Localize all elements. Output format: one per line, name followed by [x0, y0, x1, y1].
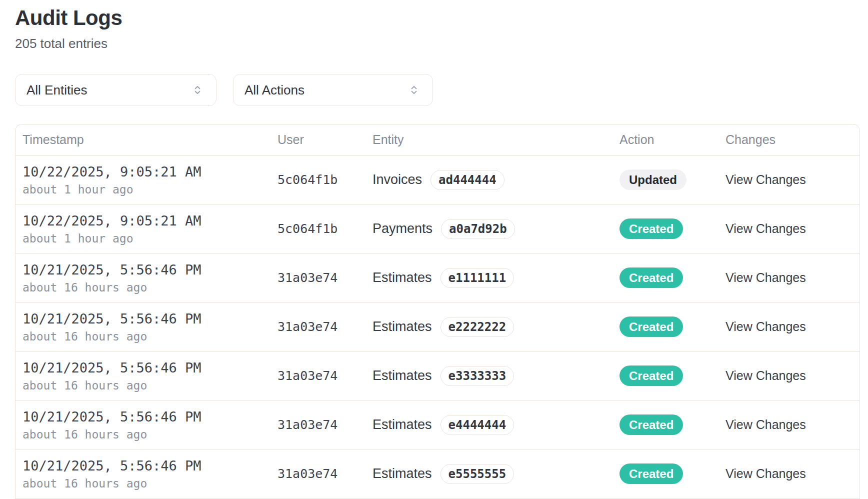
timestamp-value: 10/21/2025, 5:56:46 PM [22, 458, 278, 474]
column-header-entity: Entity [372, 132, 620, 147]
action-cell: Created [620, 414, 716, 435]
user-id: 31a03e74 [278, 368, 372, 383]
entity-id-badge: e2222222 [440, 317, 514, 337]
action-status-badge: Created [620, 464, 683, 484]
action-cell: Created [620, 268, 716, 288]
entity-cell: Estimates e1111111 [372, 268, 620, 288]
entity-name: Estimates [372, 466, 432, 482]
timestamp-cell: 10/21/2025, 5:56:46 PM about 16 hours ag… [22, 311, 278, 343]
action-filter-value: All Actions [244, 82, 304, 98]
timestamp-relative: about 1 hour ago [22, 232, 278, 245]
entity-cell: Invoices ad444444 [372, 170, 620, 190]
timestamp-value: 10/21/2025, 5:56:46 PM [22, 311, 278, 326]
table-row: 10/22/2025, 9:05:21 AM about 1 hour ago … [16, 156, 860, 204]
changes-cell: View Changes [716, 368, 860, 383]
entity-name: Invoices [372, 172, 422, 188]
view-changes-button[interactable]: View Changes [726, 320, 806, 334]
column-header-user: User [278, 132, 372, 147]
view-changes-button[interactable]: View Changes [726, 418, 806, 432]
action-status-badge: Created [620, 218, 683, 239]
timestamp-cell: 10/22/2025, 9:05:21 AM about 1 hour ago [22, 164, 278, 196]
chevron-up-down-icon [408, 84, 420, 96]
entity-name: Estimates [372, 417, 432, 432]
total-entries-count: 205 total entries [15, 36, 108, 52]
timestamp-cell: 10/21/2025, 5:56:46 PM about 16 hours ag… [22, 360, 278, 392]
table-row: 10/21/2025, 5:56:46 PM about 16 hours ag… [16, 352, 860, 400]
action-status-badge: Created [620, 268, 683, 288]
timestamp-relative: about 1 hour ago [22, 183, 278, 196]
timestamp-relative: about 16 hours ago [22, 428, 278, 441]
timestamp-value: 10/21/2025, 5:56:46 PM [22, 360, 278, 376]
entity-id-badge: e4444444 [440, 415, 514, 435]
user-id: 31a03e74 [278, 418, 372, 432]
table-row: 10/21/2025, 5:56:46 PM about 16 hours ag… [16, 254, 860, 302]
timestamp-value: 10/21/2025, 5:56:46 PM [22, 409, 278, 424]
table-header-row: Timestamp User Entity Action Changes [16, 124, 860, 156]
entity-name: Estimates [372, 270, 432, 286]
entity-cell: Estimates e2222222 [372, 317, 620, 337]
view-changes-button[interactable]: View Changes [726, 466, 806, 481]
entity-cell: Estimates e5555555 [372, 464, 620, 484]
entity-cell: Payments a0a7d92b [372, 219, 620, 239]
action-cell: Created [620, 218, 716, 239]
table-row: 10/21/2025, 5:56:46 PM about 16 hours ag… [16, 450, 860, 498]
view-changes-button[interactable]: View Changes [726, 172, 806, 187]
user-id: 5c064f1b [278, 172, 372, 187]
timestamp-relative: about 16 hours ago [22, 330, 278, 343]
table-row: 10/22/2025, 9:05:21 AM about 1 hour ago … [16, 204, 860, 254]
timestamp-value: 10/21/2025, 5:56:46 PM [22, 262, 278, 278]
timestamp-cell: 10/21/2025, 5:56:46 PM about 16 hours ag… [22, 458, 278, 490]
entity-filter-value: All Entities [26, 82, 87, 98]
action-cell: Updated [620, 170, 716, 190]
entity-cell: Estimates e3333333 [372, 366, 620, 386]
changes-cell: View Changes [716, 418, 860, 432]
timestamp-cell: 10/21/2025, 5:56:46 PM about 16 hours ag… [22, 262, 278, 294]
view-changes-button[interactable]: View Changes [726, 270, 806, 285]
changes-cell: View Changes [716, 466, 860, 481]
filters-bar: All Entities All Actions [15, 74, 433, 106]
column-header-timestamp: Timestamp [22, 132, 278, 147]
timestamp-relative: about 16 hours ago [22, 379, 278, 392]
table-row: 10/21/2025, 5:56:46 PM about 16 hours ag… [16, 400, 860, 450]
column-header-changes: Changes [716, 132, 860, 147]
action-cell: Created [620, 316, 716, 337]
entity-cell: Estimates e4444444 [372, 415, 620, 435]
page-title: Audit Logs [15, 6, 122, 30]
timestamp-cell: 10/21/2025, 5:56:46 PM about 16 hours ag… [22, 409, 278, 441]
changes-cell: View Changes [716, 222, 860, 236]
timestamp-value: 10/22/2025, 9:05:21 AM [22, 213, 278, 228]
timestamp-cell: 10/22/2025, 9:05:21 AM about 1 hour ago [22, 213, 278, 245]
action-status-badge: Created [620, 316, 683, 337]
audit-log-table: Timestamp User Entity Action Changes 10/… [15, 124, 860, 499]
timestamp-relative: about 16 hours ago [22, 281, 278, 294]
timestamp-relative: about 16 hours ago [22, 477, 278, 490]
changes-cell: View Changes [716, 320, 860, 334]
changes-cell: View Changes [716, 172, 860, 187]
user-id: 31a03e74 [278, 466, 372, 481]
action-cell: Created [620, 366, 716, 386]
action-status-badge: Created [620, 366, 683, 386]
entity-id-badge: e3333333 [440, 366, 514, 386]
entity-name: Payments [372, 221, 432, 236]
entity-id-badge: e5555555 [440, 464, 514, 484]
view-changes-button[interactable]: View Changes [726, 222, 806, 236]
changes-cell: View Changes [716, 270, 860, 285]
user-id: 31a03e74 [278, 270, 372, 285]
action-status-badge: Created [620, 414, 683, 435]
entity-id-badge: ad444444 [430, 170, 504, 190]
user-id: 5c064f1b [278, 222, 372, 236]
user-id: 31a03e74 [278, 320, 372, 334]
table-body: 10/22/2025, 9:05:21 AM about 1 hour ago … [16, 156, 860, 498]
column-header-action: Action [620, 132, 716, 147]
action-cell: Created [620, 464, 716, 484]
entity-filter-select[interactable]: All Entities [15, 74, 216, 106]
table-row: 10/21/2025, 5:56:46 PM about 16 hours ag… [16, 302, 860, 352]
action-status-badge: Updated [620, 170, 686, 190]
entity-name: Estimates [372, 368, 432, 384]
entity-id-badge: a0a7d92b [441, 219, 515, 239]
timestamp-value: 10/22/2025, 9:05:21 AM [22, 164, 278, 180]
entity-name: Estimates [372, 319, 432, 334]
chevron-up-down-icon [191, 84, 204, 96]
action-filter-select[interactable]: All Actions [233, 74, 433, 106]
view-changes-button[interactable]: View Changes [726, 368, 806, 383]
